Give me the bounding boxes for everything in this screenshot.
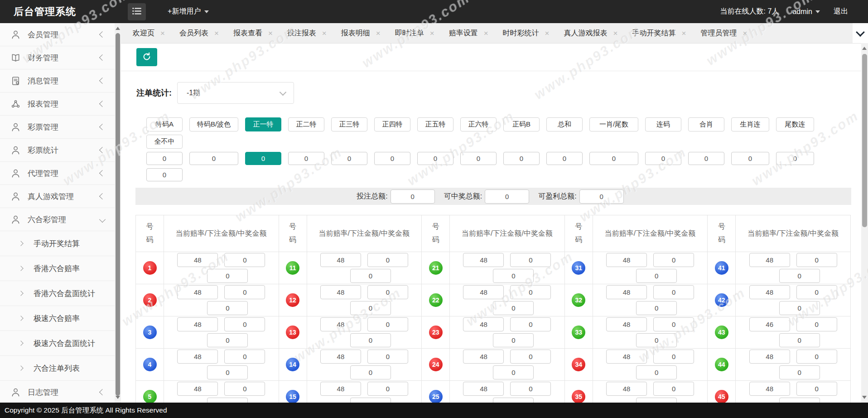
- bet-amount-input[interactable]: [796, 382, 837, 396]
- odds-input[interactable]: [463, 350, 504, 364]
- sidebar-item[interactable]: 六合彩管理: [0, 208, 115, 231]
- bet-amount-input[interactable]: [796, 350, 837, 364]
- tab[interactable]: 管理员管理 ×: [693, 23, 754, 43]
- odds-input[interactable]: [749, 253, 790, 267]
- bet-amount-input[interactable]: [224, 285, 265, 299]
- sidebar-item[interactable]: 香港六合赔率: [0, 256, 115, 281]
- tab-overflow-button[interactable]: [853, 23, 868, 43]
- sidebar-item[interactable]: 代理管理: [0, 162, 115, 185]
- win-amount-input[interactable]: [207, 398, 248, 403]
- bet-type-button[interactable]: 特码A: [146, 117, 183, 131]
- bet-type-button[interactable]: 正六特: [460, 117, 497, 131]
- tab-close-icon[interactable]: ×: [545, 29, 550, 37]
- sidebar-item[interactable]: 真人游戏管理: [0, 185, 115, 208]
- bet-amount-input[interactable]: [653, 285, 694, 299]
- bet-amount-input[interactable]: [653, 350, 694, 364]
- refresh-button[interactable]: [136, 48, 157, 66]
- total-profit-input[interactable]: [579, 190, 624, 204]
- bet-type-button[interactable]: 尾数连: [776, 117, 814, 131]
- tab[interactable]: 真人游戏报表 ×: [557, 23, 625, 43]
- tab[interactable]: 时时彩统计 ×: [496, 23, 557, 43]
- tab-close-icon[interactable]: ×: [613, 29, 618, 37]
- win-amount-input[interactable]: [779, 365, 820, 379]
- win-amount-input[interactable]: [779, 398, 820, 403]
- win-amount-input[interactable]: [636, 333, 677, 347]
- bet-type-button[interactable]: 正一特: [245, 117, 281, 131]
- sidebar-scrollbar[interactable]: [115, 23, 121, 403]
- odds-input[interactable]: [463, 382, 504, 396]
- tab-close-icon[interactable]: ×: [214, 29, 219, 37]
- tab-close-icon[interactable]: ×: [430, 29, 434, 37]
- win-amount-input[interactable]: [779, 333, 820, 347]
- win-amount-input[interactable]: [493, 301, 534, 315]
- win-amount-input[interactable]: [779, 301, 820, 315]
- bet-amount-input[interactable]: [367, 253, 408, 267]
- win-amount-input[interactable]: [207, 301, 248, 315]
- odds-input[interactable]: [749, 317, 790, 331]
- tab[interactable]: 赔率设置 ×: [442, 23, 496, 43]
- bet-type-button[interactable]: 一肖/尾数: [589, 117, 638, 131]
- bet-amount-input[interactable]: [510, 253, 551, 267]
- odds-input[interactable]: [177, 350, 218, 364]
- sidebar-item[interactable]: 香港六合盘面统计: [0, 281, 115, 306]
- win-amount-input[interactable]: [636, 301, 677, 315]
- bet-type-amount-input[interactable]: [460, 152, 497, 165]
- bet-type-amount-input[interactable]: [589, 152, 638, 165]
- bet-type-button[interactable]: 全不中: [146, 135, 183, 149]
- bet-amount-input[interactable]: [367, 350, 408, 364]
- win-amount-input[interactable]: [779, 269, 820, 283]
- win-amount-input[interactable]: [493, 333, 534, 347]
- bet-type-button[interactable]: 正码B: [503, 117, 540, 131]
- scroll-up-icon[interactable]: [116, 27, 120, 30]
- bet-type-amount-input[interactable]: [503, 152, 540, 165]
- bet-amount-input[interactable]: [367, 317, 408, 331]
- sidebar-item[interactable]: 消息管理: [0, 69, 115, 92]
- tab[interactable]: 会员列表 ×: [172, 23, 226, 43]
- bet-amount-input[interactable]: [367, 382, 408, 396]
- bet-amount-input[interactable]: [796, 285, 837, 299]
- bet-type-button[interactable]: 正四特: [374, 117, 410, 131]
- sidebar-item[interactable]: 彩票管理: [0, 116, 115, 139]
- win-amount-input[interactable]: [207, 365, 248, 379]
- win-amount-input[interactable]: [493, 398, 534, 403]
- bet-type-amount-input[interactable]: [731, 152, 769, 165]
- bet-type-button[interactable]: 正五特: [417, 117, 453, 131]
- tab[interactable]: 报表明细 ×: [334, 23, 388, 43]
- sidebar-toggle-button[interactable]: [128, 3, 146, 20]
- sidebar-item[interactable]: 六合注单列表: [0, 356, 115, 381]
- bet-amount-input[interactable]: [510, 382, 551, 396]
- bet-amount-input[interactable]: [653, 253, 694, 267]
- win-amount-input[interactable]: [636, 269, 677, 283]
- bet-type-amount-input[interactable]: [546, 152, 583, 165]
- bet-type-amount-input[interactable]: [189, 152, 238, 165]
- bet-amount-input[interactable]: [796, 317, 837, 331]
- period-select[interactable]: -1期: [177, 82, 294, 104]
- sidebar-item[interactable]: 彩票统计: [0, 139, 115, 162]
- tab-close-icon[interactable]: ×: [160, 29, 165, 37]
- odds-input[interactable]: [463, 317, 504, 331]
- tab[interactable]: 投注报表 ×: [280, 23, 334, 43]
- win-amount-input[interactable]: [350, 398, 391, 403]
- bet-amount-input[interactable]: [224, 253, 265, 267]
- odds-input[interactable]: [749, 350, 790, 364]
- page-scrollbar[interactable]: [861, 43, 868, 403]
- tab-close-icon[interactable]: ×: [681, 29, 686, 37]
- bet-amount-input[interactable]: [510, 317, 551, 331]
- odds-input[interactable]: [177, 285, 218, 299]
- odds-input[interactable]: [320, 317, 361, 331]
- odds-input[interactable]: [320, 253, 361, 267]
- odds-input[interactable]: [177, 382, 218, 396]
- odds-input[interactable]: [320, 382, 361, 396]
- bet-type-button[interactable]: 正二特: [288, 117, 324, 131]
- scroll-down-icon[interactable]: [862, 396, 867, 399]
- bet-type-button[interactable]: 合肖: [688, 117, 724, 131]
- scroll-down-icon[interactable]: [116, 396, 120, 399]
- sidebar-scrollbar-thumb[interactable]: [116, 33, 120, 396]
- user-menu-dropdown[interactable]: admin: [792, 8, 820, 16]
- total-win-input[interactable]: [485, 190, 529, 204]
- tab-close-icon[interactable]: ×: [484, 29, 488, 37]
- win-amount-input[interactable]: [493, 365, 534, 379]
- bet-type-button[interactable]: 正三特: [331, 117, 367, 131]
- sidebar-item[interactable]: 手动开奖结算: [0, 231, 115, 256]
- tab-close-icon[interactable]: ×: [268, 29, 273, 37]
